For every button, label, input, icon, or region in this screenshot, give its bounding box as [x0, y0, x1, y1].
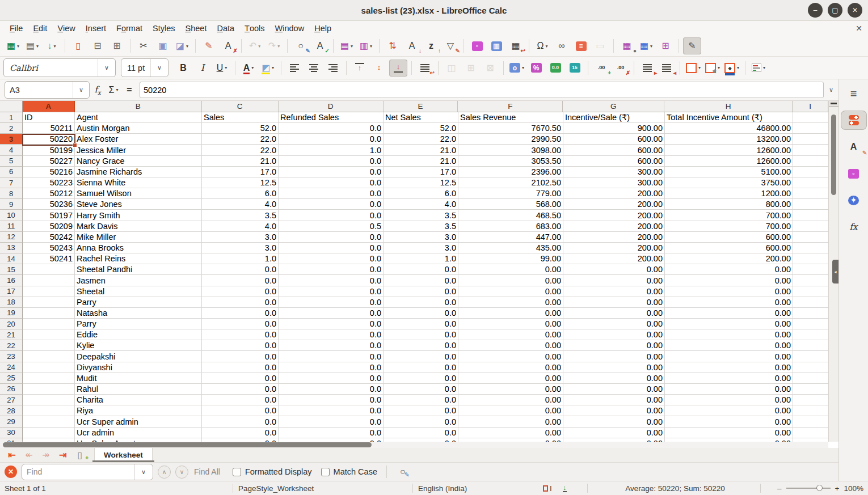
cell-i22[interactable] — [793, 340, 828, 351]
navigator-deck-button[interactable]: ✦ — [841, 191, 867, 210]
zoom-out-button[interactable]: – — [777, 484, 782, 493]
row-header-24[interactable]: 24 — [0, 362, 23, 373]
open-button[interactable]: ▤▾ — [23, 37, 41, 54]
cell-c16[interactable]: 0.0 — [202, 275, 279, 286]
show-draw-functions-button[interactable]: ✎ — [683, 37, 701, 54]
page-style[interactable]: PageStyle_Worksheet — [238, 481, 314, 495]
cell-f7[interactable]: 2102.50 — [458, 177, 563, 188]
cell-h21[interactable]: 0.00 — [665, 329, 793, 340]
cell-c30[interactable]: 0.0 — [202, 428, 279, 438]
cell-e17[interactable]: 0.0 — [384, 286, 458, 297]
freeze-rows-columns-button[interactable]: ▦▾ — [637, 37, 655, 54]
cell-g24[interactable]: 0.00 — [563, 362, 665, 373]
add-sheet-button[interactable]: ▯+ — [72, 449, 88, 462]
cell-g26[interactable]: 0.00 — [563, 384, 665, 395]
row-header-10[interactable]: 10 — [0, 210, 23, 221]
cell-a20[interactable] — [23, 319, 75, 329]
cell-a1[interactable]: ID — [23, 112, 75, 123]
cell-g8[interactable]: 200.00 — [563, 188, 665, 199]
add-decimal-button[interactable]: .00+ — [592, 60, 610, 77]
cell-b25[interactable]: Mudit — [75, 373, 202, 384]
cell-g7[interactable]: 300.00 — [563, 177, 665, 188]
cell-i8[interactable] — [793, 188, 828, 199]
cell-f13[interactable]: 435.00 — [458, 243, 563, 253]
align-top-button[interactable] — [351, 60, 369, 77]
font-size-dropdown-icon[interactable]: ∨ — [150, 59, 168, 77]
cell-b2[interactable]: Austin Morgan — [75, 123, 202, 134]
cell-b26[interactable]: Rahul — [75, 384, 202, 395]
cell-i24[interactable] — [793, 362, 828, 373]
cell-d19[interactable]: 0.0 — [279, 308, 384, 319]
cell-i26[interactable] — [793, 384, 828, 395]
cell-a9[interactable]: 50236 — [23, 199, 75, 210]
column-header-a[interactable]: A — [23, 101, 75, 112]
cell-a24[interactable] — [23, 362, 75, 373]
cell-b16[interactable]: Jasmen — [75, 275, 202, 286]
cut-button[interactable]: ✂ — [134, 37, 153, 54]
cell-g14[interactable]: 200.00 — [563, 253, 665, 264]
cell-e5[interactable]: 21.0 — [384, 156, 458, 167]
borders-button[interactable]: ▾ — [684, 60, 702, 77]
split-handle[interactable] — [829, 101, 838, 107]
close-find-bar-button[interactable]: ✕ — [5, 466, 17, 478]
cell-d24[interactable]: 0.0 — [279, 362, 384, 373]
cell-h19[interactable]: 0.00 — [665, 308, 793, 319]
fill-handle[interactable] — [73, 143, 77, 147]
cell-i6[interactable] — [793, 167, 828, 177]
cell-g21[interactable]: 0.00 — [563, 329, 665, 340]
cell-a28[interactable] — [23, 405, 75, 416]
cell-c27[interactable]: 0.0 — [202, 395, 279, 405]
cell-i15[interactable] — [793, 264, 828, 275]
cell-i11[interactable] — [793, 221, 828, 232]
cell-g12[interactable]: 200.00 — [563, 232, 665, 243]
name-box[interactable]: A3 ∨ — [5, 81, 90, 99]
cell-d22[interactable]: 0.0 — [279, 340, 384, 351]
cell-i29[interactable] — [793, 416, 828, 427]
row-header-8[interactable]: 8 — [0, 188, 23, 199]
row-header-1[interactable]: 1 — [0, 112, 23, 123]
cell-a8[interactable]: 50212 — [23, 188, 75, 199]
minimize-button[interactable]: – — [808, 3, 823, 18]
last-sheet-button[interactable]: ⇥ — [55, 449, 71, 462]
row-header-20[interactable]: 20 — [0, 319, 23, 329]
cell-b17[interactable]: Sheetal — [75, 286, 202, 297]
cell-i3[interactable] — [793, 134, 828, 145]
menu-edit[interactable]: Edit — [28, 21, 52, 36]
cell-a11[interactable]: 50209 — [23, 221, 75, 232]
cell-e2[interactable]: 52.0 — [384, 123, 458, 134]
cell-i10[interactable] — [793, 210, 828, 221]
print-button[interactable]: ⊟ — [89, 37, 107, 54]
row-header-18[interactable]: 18 — [0, 297, 23, 308]
properties-deck-button[interactable] — [841, 111, 867, 130]
cell-f29[interactable]: 0.00 — [458, 416, 563, 427]
selection-stats[interactable]: Average: 50220; Sum: 50220 — [590, 481, 760, 495]
cell-c12[interactable]: 3.0 — [202, 232, 279, 243]
insert-pivot-table-button[interactable]: ▦↩ — [507, 37, 525, 54]
find-previous-button[interactable]: ∧ — [158, 466, 171, 479]
cell-d2[interactable]: 0.0 — [279, 123, 384, 134]
cell-g18[interactable]: 0.00 — [563, 297, 665, 308]
cell-g6[interactable]: 300.00 — [563, 167, 665, 177]
zoom-level[interactable]: 100% — [844, 484, 863, 493]
cell-c17[interactable]: 0.0 — [202, 286, 279, 297]
cell-b15[interactable]: Sheetal Pandhi — [75, 264, 202, 275]
find-all-button[interactable]: Find All — [194, 467, 220, 476]
cell-h1[interactable]: Total Incentive Amount (₹) — [665, 112, 793, 123]
cell-d9[interactable]: 0.0 — [279, 199, 384, 210]
row-header-3[interactable]: 3 — [0, 134, 23, 145]
bold-button[interactable]: B — [174, 60, 192, 77]
cell-a27[interactable] — [23, 395, 75, 405]
cell-e3[interactable]: 22.0 — [384, 134, 458, 145]
cell-d21[interactable]: 0.0 — [279, 329, 384, 340]
cell-c6[interactable]: 17.0 — [202, 167, 279, 177]
cell-e16[interactable]: 0.0 — [384, 275, 458, 286]
cell-f19[interactable]: 0.00 — [458, 308, 563, 319]
cell-g16[interactable]: 0.00 — [563, 275, 665, 286]
cell-e15[interactable]: 0.0 — [384, 264, 458, 275]
column-button[interactable]: ▥▾ — [357, 37, 375, 54]
cell-i14[interactable] — [793, 253, 828, 264]
menu-data[interactable]: Data — [212, 21, 239, 36]
row-header-16[interactable]: 16 — [0, 275, 23, 286]
cell-a21[interactable] — [23, 329, 75, 340]
cell-a14[interactable]: 50241 — [23, 253, 75, 264]
